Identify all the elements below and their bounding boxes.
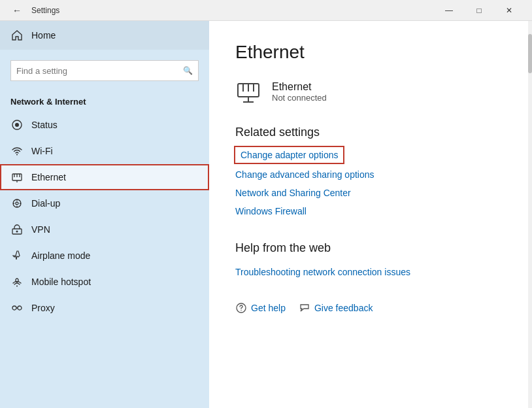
dialup-label: Dial-up — [31, 198, 60, 209]
titlebar: ← Settings — □ ✕ — [0, 0, 532, 21]
svg-point-2 — [16, 154, 18, 156]
svg-point-1 — [15, 123, 19, 127]
search-input[interactable] — [16, 66, 179, 76]
nav-item-status[interactable]: Status — [0, 112, 209, 138]
svg-point-12 — [16, 286, 18, 287]
ethernet-connection-status: Not connected — [272, 93, 327, 103]
footer-links: Get help Give feedback — [235, 302, 506, 314]
close-button[interactable]: ✕ — [494, 0, 524, 21]
nav-item-dialup[interactable]: Dial-up — [0, 190, 209, 216]
sharing-center-link[interactable]: Network and Sharing Center — [235, 184, 506, 202]
search-box[interactable]: 🔍 — [10, 60, 199, 81]
svg-point-24 — [241, 310, 241, 311]
ethernet-status-icon — [235, 78, 261, 105]
get-help-link[interactable]: Get help — [251, 303, 286, 313]
hotspot-icon — [10, 275, 24, 288]
troubleshoot-link[interactable]: Troubleshooting network connection issue… — [235, 263, 506, 281]
advanced-sharing-link[interactable]: Change advanced sharing options — [235, 165, 506, 184]
nav-item-ethernet[interactable]: Ethernet — [0, 164, 209, 190]
ethernet-nav-icon — [10, 171, 24, 184]
dialup-icon — [10, 197, 24, 210]
airplane-icon — [10, 249, 24, 262]
status-icon — [10, 118, 24, 131]
app-title: Settings — [31, 6, 59, 15]
nav-item-proxy[interactable]: Proxy — [0, 295, 209, 321]
proxy-label: Proxy — [31, 303, 55, 313]
nav-item-hotspot[interactable]: Mobile hotspot — [0, 269, 209, 295]
maximize-button[interactable]: □ — [464, 0, 494, 21]
home-label: Home — [31, 30, 56, 41]
ethernet-info: Ethernet Not connected — [272, 81, 327, 103]
airplane-label: Airplane mode — [31, 250, 90, 261]
svg-point-15 — [18, 306, 22, 310]
help-heading: Help from the web — [235, 241, 506, 255]
sidebar-search-area: 🔍 — [0, 50, 209, 94]
search-icon: 🔍 — [183, 66, 193, 75]
vpn-label: VPN — [31, 224, 50, 235]
change-adapter-link[interactable]: Change adapter options — [235, 147, 343, 163]
svg-point-11 — [16, 231, 18, 233]
home-icon — [10, 29, 24, 42]
feedback-container: Give feedback — [299, 302, 373, 314]
main-container: Home 🔍 Network & Internet Status — [0, 21, 532, 408]
sidebar: Home 🔍 Network & Internet Status — [0, 21, 209, 408]
nav-item-vpn[interactable]: VPN — [0, 216, 209, 243]
feedback-icon — [299, 302, 310, 314]
page-title: Ethernet — [235, 42, 506, 63]
svg-point-14 — [12, 306, 16, 310]
wifi-icon — [10, 144, 24, 158]
content-area: Ethernet Ethernet Not connected Related — [209, 21, 532, 408]
related-settings-heading: Related settings — [235, 126, 506, 139]
window-controls: — □ ✕ — [434, 0, 524, 21]
feedback-link[interactable]: Give feedback — [314, 303, 373, 313]
status-label: Status — [31, 120, 58, 130]
scrollbar[interactable] — [528, 21, 532, 408]
get-help-icon — [235, 302, 247, 314]
get-help-container: Get help — [235, 302, 286, 314]
proxy-icon — [10, 301, 24, 314]
wifi-label: Wi-Fi — [31, 146, 53, 156]
nav-item-wifi[interactable]: Wi-Fi — [0, 138, 209, 164]
related-settings-section: Related settings Change adapter options … — [235, 126, 506, 220]
scroll-thumb[interactable] — [528, 34, 532, 73]
back-button[interactable]: ← — [8, 1, 26, 20]
section-label: Network & Internet — [0, 94, 209, 112]
ethernet-status-card: Ethernet Not connected — [235, 78, 506, 105]
minimize-button[interactable]: — — [434, 0, 464, 21]
svg-rect-13 — [16, 279, 18, 282]
help-section: Help from the web Troubleshooting networ… — [235, 241, 506, 281]
hotspot-label: Mobile hotspot — [31, 277, 91, 287]
ethernet-name: Ethernet — [272, 81, 327, 93]
vpn-icon — [10, 223, 24, 236]
sidebar-item-home[interactable]: Home — [0, 21, 209, 50]
nav-item-airplane[interactable]: Airplane mode — [0, 243, 209, 269]
svg-point-9 — [16, 202, 18, 205]
back-icon: ← — [12, 5, 22, 16]
firewall-link[interactable]: Windows Firewall — [235, 202, 506, 220]
ethernet-nav-label: Ethernet — [31, 172, 66, 182]
